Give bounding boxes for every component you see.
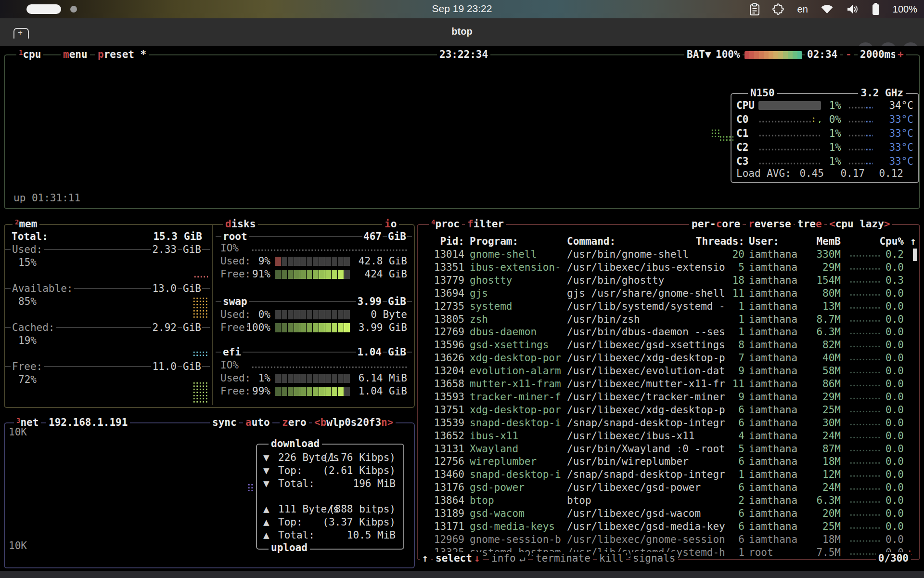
net-auto-toggle[interactable]: auto (243, 416, 272, 429)
process-command: /usr/libexec/xdg-desktop-p (567, 352, 725, 365)
interval-decrease-button[interactable]: - (843, 48, 854, 61)
sort-next-button[interactable]: > (884, 218, 890, 230)
disk-used-value: 6.14 MiB (359, 372, 407, 385)
process-threads: 11 (732, 287, 744, 300)
mem-available-row: Available: 13.0 GiB (4, 282, 211, 295)
process-command: /usr/libexec/gsd-media-key (567, 520, 725, 533)
process-row[interactable]: 13626 xdg-desktop-por /usr/libexec/xdg-d… (419, 352, 919, 365)
process-row[interactable]: 13460 snapd-desktop-i /snap/snapd-deskto… (419, 468, 919, 481)
column-header-threads[interactable]: Threads: (696, 235, 744, 248)
process-cpu: 0.0 (886, 430, 904, 443)
process-threads: 7 (738, 352, 744, 365)
process-row[interactable]: 13171 gsd-media-keys /usr/libexec/gsd-me… (419, 520, 919, 533)
preset-button[interactable]: preset * (95, 48, 149, 61)
core-temp: 33°C (889, 113, 913, 126)
process-row[interactable]: 13593 tracker-miner-f /usr/libexec/track… (419, 391, 919, 404)
process-user: iamthana (749, 248, 797, 261)
battery-percent: 100% (713, 48, 743, 61)
process-row[interactable]: 13751 xdg-desktop-por /usr/libexec/xdg-d… (419, 404, 919, 417)
process-row[interactable]: 13805 zsh /usr/bin/zsh 1 iamthana 8.7M 0… (419, 313, 919, 326)
process-threads: 1 (738, 313, 744, 326)
process-mem-graph (849, 436, 881, 440)
process-user: iamthana (749, 404, 797, 417)
process-row[interactable]: 13189 gsd-wacom /usr/libexec/gsd-wacom 6… (419, 507, 919, 520)
process-row[interactable]: 13694 gjs gjs /usr/share/gnome-shell 11 … (419, 287, 919, 300)
process-mem-graph (849, 280, 881, 284)
keyboard-layout-indicator[interactable]: en (797, 4, 808, 15)
process-row[interactable]: 13176 gsd-power /usr/libexec/gsd-power 6… (419, 481, 919, 494)
battery-label: BAT▼ (684, 48, 714, 61)
process-row[interactable]: 13204 evolution-alarm /usr/libexec/evolu… (419, 365, 919, 378)
signals-action[interactable]: signals (630, 552, 678, 565)
net-iface-next-button[interactable]: n> (381, 417, 393, 428)
column-header-command[interactable]: Command: (567, 235, 616, 248)
mem-free-graph (192, 381, 209, 403)
process-command: /usr/libexec/ibus-x11 (567, 430, 695, 443)
process-pid: 13596 (434, 339, 464, 352)
process-row[interactable]: 13014 gnome-shell /usr/bin/gnome-shell 2… (419, 248, 919, 261)
process-row[interactable]: 13596 gsd-xsettings /usr/libexec/gsd-xse… (419, 339, 919, 352)
proc-box-title: proc (435, 218, 460, 230)
process-row[interactable]: 12735 systemd /usr/lib/systemd/systemd -… (419, 300, 919, 313)
column-header-cpu[interactable]: Cpu% (879, 235, 904, 248)
menu-button[interactable]: menu (61, 48, 90, 61)
process-row[interactable]: 12756 wireplumber /usr/bin/wireplumber 6… (419, 455, 919, 468)
process-mem-graph (849, 474, 881, 478)
select-action[interactable]: select (433, 552, 475, 565)
process-row[interactable]: 12969 gnome-session-b /usr/libexec/gnome… (419, 533, 919, 546)
info-action[interactable]: info (489, 552, 518, 565)
process-row[interactable]: 12769 dbus-daemon /usr/bin/dbus-daemon -… (419, 326, 919, 339)
process-row[interactable]: 13131 Xwayland /usr/bin/Xwayland :0 -roo… (419, 443, 919, 456)
process-row[interactable]: 13539 snapd-desktop-i /snap/snapd-deskto… (419, 417, 919, 430)
net-sync-toggle[interactable]: sync (210, 416, 239, 429)
battery-icon[interactable] (872, 2, 880, 16)
net-iface-prev-button[interactable]: <b (314, 417, 326, 428)
column-header-program[interactable]: Program: (470, 235, 518, 248)
process-command: /usr/libexec/gsd-xsettings (567, 339, 725, 352)
proc-scrollbar-thumb[interactable] (913, 249, 917, 261)
process-row[interactable]: 13652 ibus-x11 /usr/libexec/ibus-x11 4 i… (419, 430, 919, 443)
system-tray[interactable]: en 100% (749, 0, 917, 18)
upload-top-label: Top: (278, 516, 303, 529)
process-mem: 12M (822, 468, 841, 481)
core-meter-blip-yellow (812, 117, 815, 123)
process-row[interactable]: 13351 ibus-extension- /usr/libexec/ibus-… (419, 261, 919, 274)
proc-filter-button[interactable]: filter (465, 218, 506, 231)
sort-column-selector[interactable]: cpu lazy (835, 218, 884, 230)
window-titlebar: + btop (0, 18, 924, 46)
column-header-memb[interactable]: MemB (816, 235, 841, 248)
proc-per-core-toggle[interactable]: per-core (689, 218, 743, 231)
process-pid: 13171 (434, 520, 464, 533)
sort-direction-icon[interactable]: ↑ (910, 235, 916, 248)
column-header-pid[interactable]: Pid: (440, 235, 464, 248)
select-down-icon[interactable]: ↓ (472, 552, 483, 565)
disk-used-label: Used: (220, 255, 251, 268)
extensions-puzzle-icon[interactable] (772, 3, 785, 15)
terminate-action[interactable]: terminate (533, 552, 593, 565)
disk-used-value: 0 Byte (371, 308, 407, 321)
clipboard-icon[interactable] (749, 3, 760, 16)
cpu-model: N150 (748, 87, 777, 100)
mem-used-unit: GiB (182, 243, 202, 256)
kill-action[interactable]: kill (597, 552, 626, 565)
proc-tree-toggle[interactable]: tree (795, 218, 824, 231)
process-mem-graph (849, 423, 881, 427)
process-row[interactable]: 13658 mutter-x11-fram /usr/libexec/mutte… (419, 378, 919, 391)
process-program: ibus-extension- (470, 261, 561, 274)
column-header-user[interactable]: User: (749, 235, 779, 248)
process-user: iamthana (749, 365, 797, 378)
process-row[interactable]: 13779 ghostty /usr/bin/ghostty 18 iamtha… (419, 274, 919, 287)
process-row[interactable]: 13864 btop btop 2 iamthana 6.3M 0.0 (419, 494, 919, 507)
process-pid: 13864 (434, 494, 464, 507)
wifi-icon[interactable] (821, 4, 834, 14)
proc-reverse-toggle[interactable]: reverse (746, 218, 794, 231)
process-command: /usr/bin/dbus-daemon --ses (567, 326, 725, 339)
volume-icon[interactable] (846, 3, 859, 15)
disks-io-toggle[interactable]: io (382, 218, 399, 231)
net-zero-toggle[interactable]: zero (280, 416, 309, 429)
process-cpu: 0.0 (886, 404, 904, 417)
interval-increase-button[interactable]: + (895, 48, 906, 61)
process-mem: 25M (822, 404, 841, 417)
select-up-icon[interactable]: ↑ (420, 552, 431, 565)
sort-prev-button[interactable]: < (829, 218, 835, 230)
